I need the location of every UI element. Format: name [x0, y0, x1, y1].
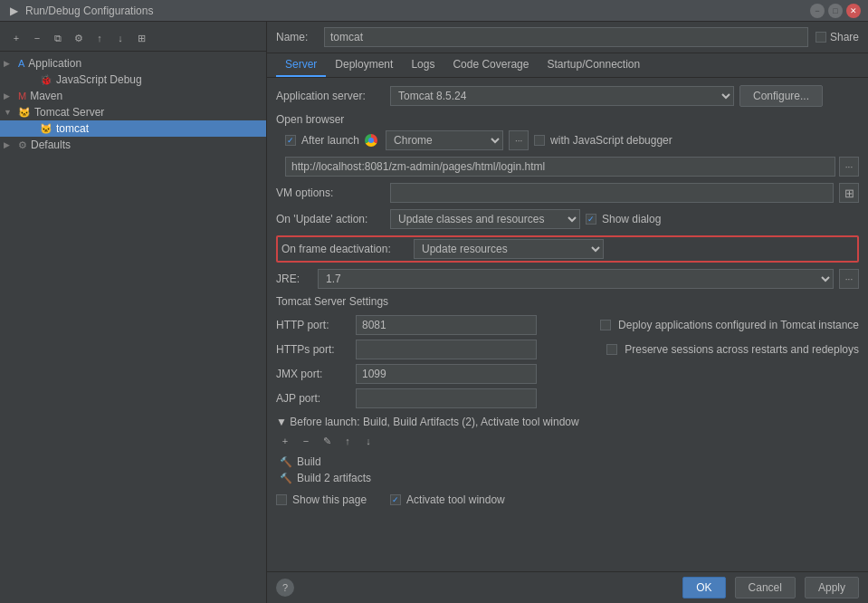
tab-deployment[interactable]: Deployment [326, 53, 402, 77]
browser-select[interactable]: Chrome [386, 130, 503, 150]
before-launch-edit-button[interactable]: ✎ [318, 432, 336, 450]
minimize-button[interactable]: − [810, 4, 825, 18]
content-area: Name: Share Server Deployment Logs Code … [267, 22, 868, 603]
share-label: Share [830, 31, 859, 43]
app-server-row: Application server: Tomcat 8.5.24 Config… [276, 85, 859, 107]
copy-config-button[interactable]: ⧉ [49, 29, 67, 47]
https-port-input[interactable] [356, 340, 537, 359]
on-update-select[interactable]: Update classes and resources [390, 209, 580, 229]
name-row: Name: Share [267, 22, 868, 53]
before-launch-remove-button[interactable]: − [297, 432, 315, 450]
js-debugger-label: with JavaScript debugger [550, 134, 672, 147]
http-port-input[interactable] [356, 315, 537, 335]
before-launch-up-button[interactable]: ↑ [339, 432, 357, 450]
jre-select[interactable]: 1.7 [318, 269, 834, 289]
tab-code-coverage[interactable]: Code Coverage [444, 53, 538, 77]
http-port-label: HTTP port: [276, 319, 348, 331]
sidebar-item-label: Tomcat Server [34, 106, 104, 119]
activate-tool-window-checkbox[interactable] [390, 494, 401, 505]
application-icon: A [18, 58, 24, 69]
sidebar-item-label: tomcat [56, 122, 89, 135]
name-label: Name: [276, 31, 317, 43]
before-launch-label: ▼ Before launch: Build, Build Artifacts … [276, 416, 579, 428]
arrow-icon: ▶ [4, 140, 16, 149]
after-launch-row: After launch Chrome ··· with JavaScript … [276, 130, 859, 150]
browser-dots-button[interactable]: ··· [509, 130, 529, 150]
app-server-select[interactable]: Tomcat 8.5.24 [390, 86, 734, 106]
after-launch-label: After launch [301, 134, 359, 147]
maven-icon: M [18, 91, 26, 101]
defaults-icon: ⚙ [18, 139, 27, 151]
sidebar-item-tomcat-server[interactable]: ▼ 🐱 Tomcat Server [0, 104, 266, 120]
activate-tool-window-label: Activate tool window [406, 493, 505, 506]
ajp-port-input[interactable] [356, 388, 537, 408]
sidebar-item-label: JavaScript Debug [56, 73, 142, 86]
remove-config-button[interactable]: − [28, 29, 46, 47]
vm-expand-button[interactable]: ⊞ [839, 183, 859, 203]
before-launch-item-label: Build [297, 455, 321, 468]
http-port-row: HTTP port: Deploy applications configure… [276, 315, 859, 335]
url-input[interactable] [285, 157, 835, 177]
tab-server[interactable]: Server [276, 53, 326, 77]
tomcat-settings-heading: Tomcat Server Settings [276, 295, 859, 308]
ok-button[interactable]: OK [682, 577, 725, 598]
on-frame-deact-label: On frame deactivation: [281, 243, 408, 255]
tomcat-icon: 🐱 [40, 123, 52, 135]
tab-startup-connection[interactable]: Startup/Connection [538, 53, 649, 77]
apply-button[interactable]: Apply [805, 577, 859, 598]
move-up-button[interactable]: ↑ [91, 29, 109, 47]
tomcat-settings-section: HTTP port: Deploy applications configure… [276, 315, 859, 408]
before-launch-down-button[interactable]: ↓ [359, 432, 377, 450]
preserve-sessions-checkbox[interactable] [606, 344, 617, 355]
form-content: Application server: Tomcat 8.5.24 Config… [267, 78, 868, 571]
jmx-port-label: JMX port: [276, 368, 348, 380]
move-down-button[interactable]: ↓ [111, 29, 129, 47]
url-dots-button[interactable]: ··· [839, 157, 859, 177]
show-dialog-label: Show dialog [602, 213, 661, 225]
sidebar-item-defaults[interactable]: ▶ ⚙ Defaults [0, 137, 266, 153]
jmx-port-input[interactable] [356, 364, 537, 384]
jre-label: JRE: [276, 273, 312, 285]
ajp-port-row: AJP port: [276, 388, 859, 408]
sidebar-item-tomcat[interactable]: 🐱 tomcat [0, 120, 266, 137]
cancel-button[interactable]: Cancel [735, 577, 796, 598]
maximize-button[interactable]: □ [828, 4, 843, 18]
title-bar: ▶ Run/Debug Configurations − □ ✕ [0, 0, 868, 22]
sidebar-item-label: Application [28, 57, 81, 70]
before-launch-add-button[interactable]: + [276, 432, 294, 450]
js-debugger-checkbox[interactable] [534, 135, 545, 146]
tab-logs[interactable]: Logs [402, 53, 444, 77]
arrow-icon: ▼ [4, 108, 16, 117]
close-button[interactable]: ✕ [846, 4, 861, 18]
share-checkbox[interactable] [816, 32, 826, 43]
before-launch-header[interactable]: ▼ Before launch: Build, Build Artifacts … [276, 416, 859, 428]
after-launch-checkbox[interactable] [285, 135, 296, 146]
configure-button[interactable]: Configure... [739, 85, 823, 107]
sidebar-item-label: Defaults [31, 139, 71, 151]
app-icon: ▶ [7, 5, 20, 17]
url-row: ··· [276, 157, 859, 177]
before-launch-section: ▼ Before launch: Build, Build Artifacts … [276, 416, 859, 506]
deploy-apps-checkbox[interactable] [600, 320, 611, 330]
show-page-label: Show this page [292, 493, 367, 506]
before-launch-item-artifacts: 🔨 Build 2 artifacts [276, 470, 859, 486]
sidebar-item-js-debug[interactable]: 🐞 JavaScript Debug [0, 72, 266, 88]
help-button[interactable]: ? [276, 579, 294, 597]
on-update-label: On 'Update' action: [276, 213, 385, 225]
vm-options-input[interactable] [390, 183, 834, 203]
preserve-sessions-label: Preserve sessions across restarts and re… [625, 343, 859, 356]
arrow-icon: ▶ [4, 59, 16, 68]
app-server-label: Application server: [276, 90, 385, 102]
artifacts-icon: 🔨 [280, 473, 292, 484]
sidebar-item-maven[interactable]: ▶ M Maven [0, 88, 266, 104]
add-config-button[interactable]: + [7, 29, 25, 47]
name-input[interactable] [324, 27, 808, 47]
show-page-checkbox[interactable] [276, 494, 287, 505]
folder-button[interactable]: ⊞ [132, 29, 150, 47]
settings-config-button[interactable]: ⚙ [70, 29, 88, 47]
on-frame-deact-select[interactable]: Update resources [414, 239, 604, 259]
show-dialog-checkbox[interactable] [586, 214, 596, 225]
bottom-bar: ? OK Cancel Apply [267, 571, 868, 603]
sidebar-item-application[interactable]: ▶ A Application [0, 55, 266, 72]
jre-dots-button[interactable]: ··· [839, 269, 859, 289]
